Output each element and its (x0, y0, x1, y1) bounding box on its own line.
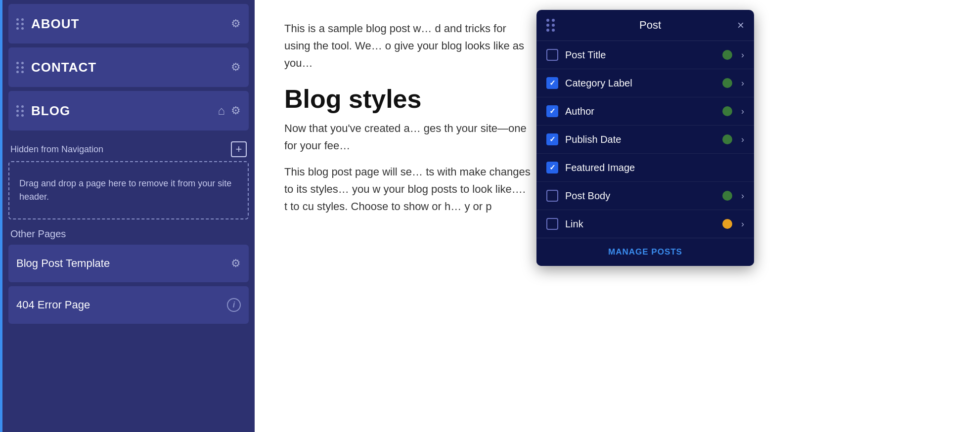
checkbox-featured-image[interactable]: ✓ (546, 162, 558, 173)
drop-zone-text: Drag and drop a page here to remove it f… (19, 178, 231, 202)
page-label-blog-post-template: Blog Post Template (16, 257, 224, 270)
blog-body-text2: This blog post page will se… ts with mak… (284, 163, 532, 216)
panel-item-publish-date: ✓ Publish Date › (536, 126, 754, 154)
sidebar: ABOUT ⚙ CONTACT ⚙ BLOG ⌂ ⚙ Hidden from (2, 0, 255, 432)
chevron-author[interactable]: › (739, 106, 744, 117)
chevron-publish-date[interactable]: › (739, 134, 744, 145)
add-hidden-nav-button[interactable]: + (231, 141, 247, 157)
home-icon-blog[interactable]: ⌂ (218, 104, 225, 118)
status-dot-category-label (722, 78, 732, 88)
drag-handle-contact[interactable] (16, 62, 24, 73)
sidebar-item-about[interactable]: ABOUT ⚙ (8, 4, 249, 43)
status-dot-post-title (722, 50, 732, 60)
checkbox-author[interactable]: ✓ (546, 105, 558, 117)
panel-item-link: Link › (536, 210, 754, 238)
checkbox-post-body[interactable] (546, 190, 558, 202)
main-content-area: This is a sample blog post w… d and tric… (255, 0, 980, 432)
info-icon-404[interactable]: i (227, 298, 241, 312)
gear-icon-about[interactable]: ⚙ (231, 17, 241, 30)
checkmark-featured-image: ✓ (549, 163, 556, 172)
label-author: Author (565, 106, 715, 117)
hidden-nav-section: Hidden from Navigation + (8, 136, 249, 161)
nav-icons-blog: ⌂ ⚙ (218, 104, 241, 118)
close-button[interactable]: × (737, 19, 744, 31)
label-category-label: Category Label (565, 78, 715, 89)
chevron-post-title[interactable]: › (739, 50, 744, 60)
checkmark-publish-date: ✓ (549, 135, 556, 144)
chevron-post-body[interactable]: › (739, 191, 744, 201)
panel-item-author: ✓ Author › (536, 97, 754, 126)
sidebar-item-404-error-page[interactable]: 404 Error Page i (8, 286, 249, 324)
manage-posts-button[interactable]: MANAGE POSTS (536, 238, 754, 266)
status-dot-link (722, 219, 732, 229)
checkbox-category-label[interactable]: ✓ (546, 77, 558, 89)
nav-label-blog: BLOG (31, 103, 211, 119)
checkmark-author: ✓ (549, 107, 556, 116)
hidden-nav-title: Hidden from Navigation (10, 144, 103, 155)
drag-handle-blog[interactable] (16, 105, 24, 117)
nav-icons-about: ⚙ (231, 17, 241, 30)
post-panel: Post × Post Title › ✓ Category Label › ✓… (536, 10, 754, 266)
checkmark-category-label: ✓ (549, 79, 556, 87)
sidebar-item-blog-post-template[interactable]: Blog Post Template ⚙ (8, 245, 249, 282)
checkbox-publish-date[interactable]: ✓ (546, 133, 558, 145)
post-panel-header: Post × (536, 10, 754, 41)
status-dot-author (722, 106, 732, 116)
nav-icons-contact: ⚙ (231, 61, 241, 74)
panel-drag-handle[interactable] (546, 19, 555, 32)
page-label-404-error-page: 404 Error Page (16, 299, 220, 311)
panel-item-post-body: Post Body › (536, 182, 754, 210)
label-post-body: Post Body (565, 190, 715, 202)
nav-label-contact: CONTACT (31, 60, 224, 75)
sidebar-item-blog[interactable]: BLOG ⌂ ⚙ (8, 91, 249, 130)
status-dot-publish-date (722, 134, 732, 144)
label-post-title: Post Title (565, 49, 715, 61)
label-featured-image: Featured Image (565, 162, 744, 173)
status-dot-post-body (722, 191, 732, 201)
chevron-link[interactable]: › (739, 219, 744, 229)
other-pages-header: Other Pages (8, 226, 249, 245)
blog-body-text1: Now that you've created a… ges th your s… (284, 120, 532, 154)
drop-zone: Drag and drop a page here to remove it f… (8, 161, 249, 219)
label-publish-date: Publish Date (565, 134, 715, 145)
post-panel-title: Post (563, 19, 737, 32)
panel-item-post-title: Post Title › (536, 41, 754, 69)
drag-handle-about[interactable] (16, 18, 24, 30)
checkbox-post-title[interactable] (546, 49, 558, 61)
nav-label-about: ABOUT (31, 16, 224, 32)
label-link: Link (565, 218, 715, 230)
blog-intro-text: This is a sample blog post w… d and tric… (284, 20, 532, 72)
sidebar-item-contact[interactable]: CONTACT ⚙ (8, 47, 249, 87)
panel-item-featured-image: ✓ Featured Image (536, 154, 754, 182)
checkbox-link[interactable] (546, 218, 558, 230)
panel-item-category-label: ✓ Category Label › (536, 69, 754, 97)
gear-icon-blog[interactable]: ⚙ (231, 104, 241, 117)
gear-icon-blog-post-template[interactable]: ⚙ (231, 257, 241, 270)
chevron-category-label[interactable]: › (739, 78, 744, 88)
gear-icon-contact[interactable]: ⚙ (231, 61, 241, 74)
